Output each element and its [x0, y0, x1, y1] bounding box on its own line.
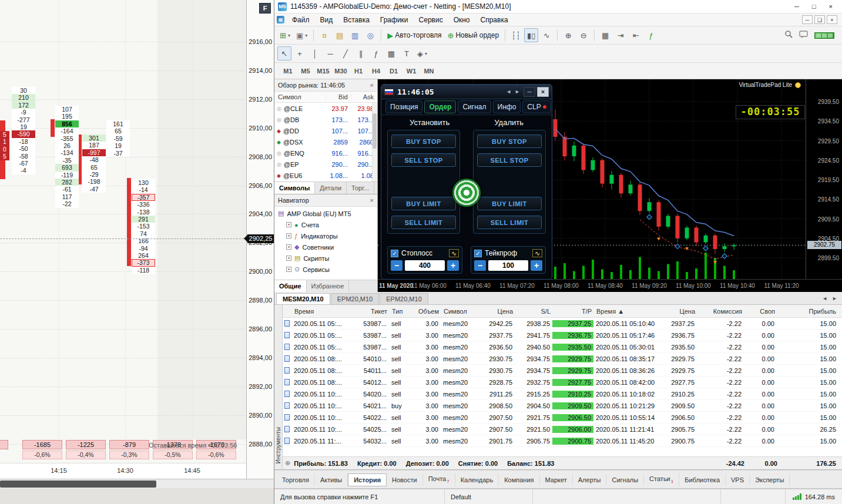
history-column-header[interactable]: Время — [292, 308, 344, 315]
scrollbar-thumb[interactable] — [0, 481, 156, 488]
vtp-tab-сигнал[interactable]: Сигнал — [458, 100, 491, 113]
data-window-toggle[interactable]: ▤ — [333, 28, 347, 42]
vtp-next-icon[interactable]: ► — [515, 89, 520, 95]
history-column-header[interactable]: Символ — [441, 308, 478, 315]
vtp-title-bar[interactable]: 11:46:05 ◄ ► ─ × — [381, 85, 552, 99]
sell-limit-delete-button[interactable]: SELL LIMIT — [477, 216, 542, 229]
takeprofit-value[interactable]: 100 — [488, 260, 528, 271]
scroll-right-icon[interactable]: ► — [832, 295, 837, 301]
toolbox-tab-компания[interactable]: Компания — [499, 474, 539, 486]
history-row[interactable]: 2020.05.11 05:...53987...sell3.00mesm202… — [283, 330, 842, 341]
history-column-header[interactable]: Тип — [390, 308, 412, 315]
footprint-horizontal-scrollbar[interactable] — [0, 479, 274, 488]
new-order-button[interactable]: ⊕Новый ордер — [445, 28, 501, 42]
buy-stop-delete-button[interactable]: BUY STOP — [477, 135, 542, 148]
market-watch-row[interactable]: ◆@EU61.08...1.08 — [274, 170, 377, 181]
toolbox-tab-алерты[interactable]: Алерты — [573, 474, 607, 486]
market-watch-toggle[interactable]: ¤ — [317, 28, 331, 42]
history-column-header[interactable]: S/L — [515, 308, 553, 315]
sell-stop-set-button[interactable]: SELL STOP — [391, 153, 456, 167]
expander-icon[interactable]: + — [286, 244, 291, 250]
search-icon[interactable] — [784, 30, 793, 41]
expander-icon[interactable]: + — [286, 256, 291, 261]
menu-item[interactable]: Окно — [448, 15, 475, 25]
takeprofit-checkbox[interactable]: ✓ — [474, 250, 482, 257]
vtp-tab-clp[interactable]: CLP — [522, 100, 551, 113]
history-column-header[interactable]: Цена — [660, 308, 697, 315]
new-chart-button[interactable]: ⊞▾ — [277, 28, 293, 42]
navigator-item-scripts[interactable]: +▤Скрипты — [274, 253, 377, 264]
navigator-root[interactable]: ▤AMP Global (EU) MT5 — [274, 208, 377, 219]
buy-limit-set-button[interactable]: BUY LIMIT — [391, 197, 456, 210]
toolbox-tab-vps[interactable]: VPS — [726, 474, 750, 486]
expander-icon[interactable]: + — [286, 222, 291, 227]
stoploss-checkbox[interactable]: ✓ — [391, 250, 398, 257]
toolbox-tab-история[interactable]: История — [348, 473, 387, 486]
market-watch-scrollbar[interactable] — [372, 103, 377, 182]
timeframe-button-m30[interactable]: M30 — [333, 65, 348, 76]
takeprofit-decrease-button[interactable]: − — [474, 260, 486, 271]
stoploss-value[interactable]: 400 — [405, 260, 445, 271]
history-column-header[interactable]: Комиссия — [697, 308, 744, 315]
history-column-header[interactable]: Объем — [412, 308, 441, 315]
expander-icon[interactable]: + — [286, 267, 291, 272]
timeframe-button-h1[interactable]: H1 — [351, 65, 366, 76]
history-column-header[interactable]: T/P — [553, 308, 594, 315]
toolbox-tab-библиотека[interactable]: Библиотека — [679, 474, 726, 486]
sell-stop-delete-button[interactable]: SELL STOP — [477, 153, 542, 167]
line-chart-button[interactable]: ∿ — [539, 28, 553, 42]
channel-button[interactable]: ∥ — [354, 46, 368, 61]
history-row[interactable]: 2020.05.11 10:...54022...sell3.00mesm202… — [283, 412, 842, 424]
trendline-button[interactable]: ╱ — [338, 46, 353, 61]
history-row[interactable]: 2020.05.11 10:...54021...buy3.00mesm2029… — [283, 400, 842, 412]
menu-item[interactable]: Файл — [287, 15, 315, 25]
crosshair-button[interactable]: + — [293, 46, 307, 61]
history-row[interactable]: 2020.05.11 05:...53987...sell3.00mesm202… — [283, 318, 842, 330]
vtp-tab-позиция[interactable]: Позиция — [385, 100, 422, 113]
fibonacci-button[interactable]: ƒ — [369, 46, 383, 61]
expand-icon[interactable]: ⊕ — [285, 459, 290, 467]
chart-tab[interactable]: EPM20,M10 — [380, 293, 428, 304]
history-row[interactable]: 2020.05.11 10:...54025...sell3.00mesm202… — [283, 424, 842, 435]
cursor-button[interactable]: ↖ — [277, 46, 291, 61]
menu-item[interactable]: Сервис — [414, 15, 448, 25]
chart-area[interactable]: 2939.502934.502929.502924.502919.502914.… — [378, 79, 842, 292]
toolbox-tab-активы[interactable]: Активы — [315, 474, 348, 486]
menu-item[interactable]: Графики — [375, 15, 414, 25]
toolbox-tab-новости[interactable]: Новости — [387, 474, 423, 486]
toolbox-tab-почта[interactable]: Почта7 — [423, 473, 455, 486]
community-chat-icon[interactable] — [799, 31, 809, 41]
toolbox-tab-статьи[interactable]: Статьи1 — [644, 473, 679, 486]
history-row[interactable]: 2020.05.11 10:...54020...sell3.00mesm202… — [283, 388, 842, 400]
sell-limit-set-button[interactable]: SELL LIMIT — [391, 216, 456, 229]
history-column-header[interactable]: Тикет — [344, 308, 390, 315]
close-icon[interactable]: × — [370, 82, 374, 89]
stoploss-decrease-button[interactable]: − — [391, 260, 402, 271]
navigator-item-services[interactable]: +⊙Сервисы — [274, 264, 377, 275]
footprint-f-button[interactable]: F — [259, 3, 271, 14]
takeprofit-increase-button[interactable]: + — [531, 260, 542, 271]
timeframe-button-m15[interactable]: M15 — [316, 65, 331, 76]
mdi-close-button[interactable]: × — [827, 15, 837, 24]
text-button[interactable]: T — [400, 46, 414, 61]
scroll-left-icon[interactable]: ◄ — [822, 295, 827, 301]
close-icon[interactable]: × — [370, 197, 374, 204]
market-watch-row[interactable]: ◆@DD107...107... — [274, 125, 377, 136]
market-watch-row[interactable]: ◎@CLE23.9723.98 — [274, 103, 377, 114]
zoom-in-button[interactable]: ⊕ — [561, 28, 575, 42]
status-profile[interactable]: Default — [445, 489, 533, 504]
navigator-item-accounts[interactable]: +●Счета — [274, 219, 377, 230]
buy-stop-set-button[interactable]: BUY STOP — [391, 135, 456, 148]
toolbox-tab-маркет[interactable]: Маркет — [540, 474, 573, 486]
menu-item[interactable]: Вид — [315, 15, 338, 25]
mdi-restore-button[interactable]: ❏ — [814, 15, 825, 24]
history-row[interactable]: 2020.05.11 08:...54011...sell3.00mesm202… — [283, 365, 842, 377]
expander-icon[interactable]: + — [286, 233, 291, 238]
market-watch-row[interactable]: ◎@ENQ916...916... — [274, 147, 377, 159]
timeframe-button-h4[interactable]: H4 — [368, 65, 384, 76]
toolbox-tab-эксперты[interactable]: Эксперты — [750, 474, 790, 486]
market-watch-row[interactable]: ◆@DSX28592860 — [274, 136, 377, 147]
vtp-minimize-button[interactable]: ─ — [524, 87, 535, 97]
market-watch-tab[interactable]: Символы — [274, 182, 315, 194]
toolbox-tab-сигналы[interactable]: Сигналы — [606, 474, 644, 486]
